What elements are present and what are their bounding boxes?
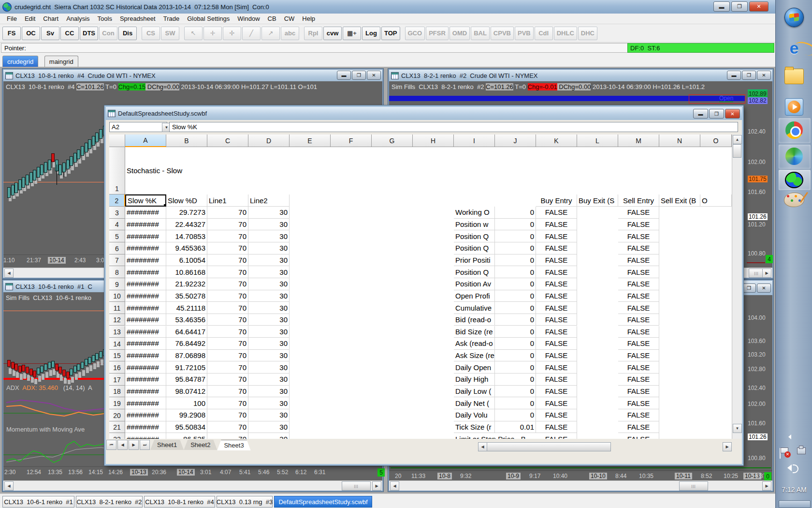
- cell-D9[interactable]: 30: [248, 278, 290, 290]
- cell-I6[interactable]: Position Q: [454, 242, 495, 254]
- cell-K7[interactable]: FALSE: [536, 254, 577, 267]
- chart-horizontal-scrollbar[interactable]: ◀|||▶: [389, 480, 772, 491]
- cell-D5[interactable]: 30: [248, 230, 290, 242]
- cell-I7[interactable]: Prior Positi: [454, 254, 495, 267]
- cell-I10[interactable]: Open Profi: [454, 290, 495, 302]
- cell-J5[interactable]: 0: [495, 230, 536, 242]
- cell-L2[interactable]: Buy Exit (S: [577, 194, 618, 207]
- cell-B11[interactable]: 45.21118: [166, 302, 207, 314]
- cell-B9[interactable]: 21.92232: [166, 278, 207, 290]
- cell-C9[interactable]: 70: [207, 278, 248, 290]
- cell-B22[interactable]: 86.525: [166, 433, 207, 439]
- cell-A20[interactable]: ########: [125, 409, 166, 421]
- toolbar-chart-grid-icon[interactable]: ▦+: [343, 27, 361, 40]
- cell-C18[interactable]: 70: [207, 386, 248, 398]
- main-titlebar[interactable]: crudegrid.cht Sierra Chart 1032 SC Histo…: [0, 0, 775, 14]
- chart-horizontal-scrollbar[interactable]: ◀|||▶: [3, 480, 382, 491]
- scroll-thumb[interactable]: |||: [342, 481, 371, 491]
- cell-K14[interactable]: FALSE: [536, 338, 577, 350]
- window-titlebar[interactable]: CLX13 10-8-1 renko #4 Crude Oil WTI - NY…: [3, 70, 382, 82]
- cell-K16[interactable]: FALSE: [536, 361, 577, 374]
- window-tab-5[interactable]: DefaultSpreadsheetStudy.scwbf: [274, 496, 372, 508]
- spreadsheet-maximize-button[interactable]: ❐: [709, 109, 724, 119]
- chrome-icon[interactable]: [785, 121, 803, 139]
- row-header-6[interactable]: 6: [109, 242, 125, 254]
- fill-handle[interactable]: [163, 204, 166, 207]
- column-header-J[interactable]: J: [495, 134, 536, 147]
- toolbar-button-cc[interactable]: CC: [60, 27, 79, 40]
- window-minimize-button[interactable]: ▬: [337, 71, 351, 80]
- folder-icon[interactable]: [784, 69, 804, 84]
- window-close-button[interactable]: ✕: [367, 71, 381, 80]
- cell-C12[interactable]: 70: [207, 314, 248, 326]
- cell-M3[interactable]: FALSE: [618, 207, 659, 219]
- cell-J19[interactable]: 0: [495, 397, 536, 409]
- toolbar-ray-line-icon[interactable]: ↗: [261, 27, 280, 40]
- cell-J16[interactable]: 0: [495, 361, 536, 374]
- cell-A3[interactable]: ########: [125, 207, 166, 219]
- cell-C11[interactable]: 70: [207, 302, 248, 314]
- cell-K2[interactable]: Buy Entry: [536, 194, 577, 207]
- cell-I12[interactable]: Bid (read-o: [454, 314, 495, 326]
- column-header-G[interactable]: G: [372, 134, 413, 147]
- cell-D13[interactable]: 30: [248, 326, 290, 338]
- toolbar-button-gco[interactable]: GCO: [405, 27, 425, 40]
- cell-D6[interactable]: 30: [248, 242, 290, 254]
- menu-item-window[interactable]: Window: [233, 14, 263, 23]
- window-tab-4[interactable]: CLX13 0.13 rng #3: [217, 496, 273, 508]
- row-header-2[interactable]: 2: [109, 194, 125, 207]
- cell-D12[interactable]: 30: [248, 314, 290, 326]
- cell-D7[interactable]: 30: [248, 254, 290, 267]
- scroll-up-icon[interactable]: ▲: [733, 135, 742, 144]
- cell-A13[interactable]: ########: [125, 326, 166, 338]
- column-header-E[interactable]: E: [290, 134, 331, 147]
- sheet-nav-last-icon[interactable]: ⏭: [140, 440, 150, 450]
- window-maximize-button[interactable]: ❐: [352, 71, 366, 80]
- cell-J14[interactable]: 0: [495, 338, 536, 350]
- column-header-H[interactable]: H: [413, 134, 454, 147]
- window-minimize-button[interactable]: ▬: [727, 71, 741, 80]
- cell-B19[interactable]: 100: [166, 397, 207, 409]
- toolbar-button-fs[interactable]: FS: [2, 27, 21, 40]
- cell-A7[interactable]: ########: [125, 254, 166, 267]
- menu-item-spreadsheet[interactable]: Spreadsheet: [116, 14, 160, 23]
- menu-item-cb[interactable]: CB: [264, 14, 280, 23]
- cell-B13[interactable]: 64.64417: [166, 326, 207, 338]
- workspace-tab-crudegrid[interactable]: crudegrid: [2, 56, 38, 67]
- cell-O2[interactable]: O: [700, 194, 732, 207]
- cell-M14[interactable]: FALSE: [618, 338, 659, 350]
- cell-D14[interactable]: 30: [248, 338, 290, 350]
- formula-bar-input[interactable]: Slow %K: [169, 122, 738, 132]
- cell-I15[interactable]: Ask Size (re: [454, 350, 495, 362]
- menu-item-chart[interactable]: Chart: [39, 14, 62, 23]
- cell-C16[interactable]: 70: [207, 361, 248, 374]
- cell-C4[interactable]: 70: [207, 219, 248, 231]
- vscroll-thumb[interactable]: [733, 144, 741, 158]
- row-header-15[interactable]: 15: [109, 350, 125, 362]
- main-minimize-button[interactable]: ▬: [713, 1, 730, 12]
- scroll-right-icon[interactable]: ▶: [762, 269, 771, 278]
- cell-C14[interactable]: 70: [207, 338, 248, 350]
- hscroll-right-icon[interactable]: ▶: [723, 442, 732, 451]
- toolbar-button-rpl[interactable]: Rpl: [304, 27, 322, 40]
- row-header-7[interactable]: 7: [109, 254, 125, 267]
- cell-M18[interactable]: FALSE: [618, 386, 659, 398]
- cell-A8[interactable]: ########: [125, 266, 166, 278]
- cell-J12[interactable]: 0: [495, 314, 536, 326]
- cell-D2[interactable]: Line2: [248, 194, 290, 207]
- column-header-K[interactable]: K: [536, 134, 577, 147]
- spreadsheet-window[interactable]: DefaultSpreadsheetStudy.scwbf ▬ ❐ ✕ A2 ▼…: [104, 105, 743, 465]
- cell-D21[interactable]: 30: [248, 421, 290, 433]
- menu-item-help[interactable]: Help: [298, 14, 319, 23]
- column-header-B[interactable]: B: [166, 134, 207, 147]
- scroll-right-icon[interactable]: ▶: [372, 481, 381, 491]
- cell-B10[interactable]: 35.50278: [166, 290, 207, 302]
- cell-M16[interactable]: FALSE: [618, 361, 659, 374]
- cell-B15[interactable]: 87.06898: [166, 350, 207, 362]
- row-header-3[interactable]: 3: [109, 207, 125, 219]
- cell-I5[interactable]: Position Q: [454, 230, 495, 242]
- cell-A10[interactable]: ########: [125, 290, 166, 302]
- cell-D10[interactable]: 30: [248, 290, 290, 302]
- cell-A19[interactable]: ########: [125, 397, 166, 409]
- row-header-13[interactable]: 13: [109, 326, 125, 338]
